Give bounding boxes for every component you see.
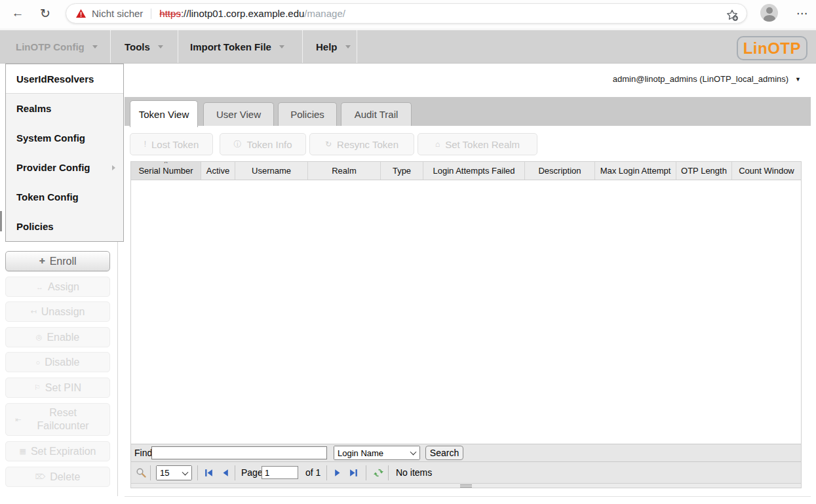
previous-page-icon[interactable] <box>220 468 230 478</box>
search-button[interactable]: Search <box>425 446 463 460</box>
trash-icon: ⌦ <box>35 473 46 481</box>
enable-button[interactable]: ◎ Enable <box>5 327 110 347</box>
tab-token-view[interactable]: Token View <box>130 100 198 127</box>
button-label: Set Expiration <box>31 446 96 457</box>
menu-item-provider-config[interactable]: Provider Config <box>6 153 123 182</box>
menu-label: Help <box>316 41 338 52</box>
token-info-button[interactable]: ⓘ Token Info <box>220 133 306 155</box>
menu-item-realms[interactable]: Realms <box>6 94 123 123</box>
column-header-description[interactable]: Description <box>525 162 595 180</box>
chevron-down-icon <box>345 45 351 48</box>
column-header-login-attempts-failed[interactable]: Login Attempts Failed <box>423 162 525 180</box>
page-label: Page <box>241 467 263 478</box>
disable-button[interactable]: ○ Disable <box>5 352 110 372</box>
find-label: Find <box>134 448 152 458</box>
button-label: Assign <box>48 281 79 293</box>
page-count-label: of 1 <box>305 467 321 478</box>
pager-separator <box>150 465 151 480</box>
browser-profile-avatar[interactable] <box>760 4 778 22</box>
column-header-type[interactable]: Type <box>381 162 423 180</box>
menu-item-policies[interactable]: Policies <box>6 212 123 241</box>
column-header-realm[interactable]: Realm <box>308 162 381 180</box>
column-header-otp-length[interactable]: OTP Length <box>676 162 732 180</box>
tab-user-view[interactable]: User View <box>203 102 274 126</box>
menu-help[interactable]: Help <box>303 30 357 63</box>
grid-pager: 15 Page of 1 <box>131 461 801 483</box>
not-secure-warning-icon <box>75 9 87 18</box>
grid-header-row: ^ Serial Number Active Username Realm Ty… <box>131 162 801 180</box>
tab-policies[interactable]: Policies <box>278 102 337 126</box>
lost-token-button[interactable]: ! Lost Token <box>130 133 213 155</box>
pager-separator <box>388 465 389 480</box>
set-token-realm-button[interactable]: ⌂ Set Token Realm <box>418 133 537 155</box>
column-header-count-window[interactable]: Count Window <box>732 162 801 180</box>
button-label: Enable <box>47 332 79 343</box>
left-pane-grip[interactable] <box>0 211 2 231</box>
menu-label: Tools <box>125 41 150 52</box>
menu-item-useridresolvers[interactable]: UserIdResolvers <box>6 64 123 94</box>
last-page-icon[interactable] <box>349 468 359 478</box>
pin-icon: ⚐ <box>34 383 41 392</box>
page-number-input[interactable] <box>262 466 298 479</box>
column-header-serial-number[interactable]: ^ Serial Number <box>131 162 201 180</box>
page-size-select[interactable]: 15 <box>156 465 192 480</box>
address-bar[interactable]: Nicht sicher https ://linotp01.corp.exam… <box>66 3 747 24</box>
menu-label: LinOTP Config <box>16 41 85 52</box>
enroll-button[interactable]: ✚ Enroll <box>5 251 110 271</box>
linotp-manage-page: ← ↻ Nicht sicher https ://linotp01.corp.… <box>0 0 816 504</box>
unassign-button[interactable]: ↤ Unassign <box>5 301 110 322</box>
disable-icon: ○ <box>35 359 40 366</box>
pager-separator <box>235 465 235 480</box>
tab-audit-trail[interactable]: Audit Trail <box>341 102 412 126</box>
search-magnifier-icon[interactable] <box>136 467 147 478</box>
next-page-icon[interactable] <box>333 468 343 478</box>
first-page-icon[interactable] <box>204 468 214 478</box>
button-label: Delete <box>50 471 80 483</box>
column-header-max-login-attempt[interactable]: Max Login Attempt <box>595 162 676 180</box>
calendar-icon: ▦ <box>19 447 26 456</box>
back-icon[interactable]: ← <box>9 5 26 22</box>
menu-tools[interactable]: Tools <box>111 30 178 63</box>
page-size-native-select[interactable]: 15 <box>157 466 191 480</box>
button-label: Set PIN <box>45 382 81 394</box>
home-icon: ⌂ <box>435 140 440 149</box>
reset-failcounter-button[interactable]: ⇤ Reset Failcounter <box>5 403 110 436</box>
pager-separator <box>197 465 198 480</box>
linotp-logo: LinOTP <box>737 36 807 60</box>
add-favorite-icon[interactable] <box>726 9 739 22</box>
reload-icon[interactable]: ↻ <box>37 5 54 22</box>
button-label: Unassign <box>41 306 85 318</box>
refresh-grid-icon[interactable] <box>373 467 384 478</box>
avatar-body <box>764 15 775 22</box>
grid-resize-grip[interactable] <box>460 484 472 488</box>
resync-token-button[interactable]: ↻ Resync Token <box>309 133 414 155</box>
set-pin-button[interactable]: ⚐ Set PIN <box>5 378 110 398</box>
search-category-native-select[interactable]: Login Name <box>334 446 419 459</box>
column-header-active[interactable]: Active <box>201 162 235 180</box>
delete-button[interactable]: ⌦ Delete <box>5 467 110 487</box>
grid-search-row: Find Login Name Search <box>131 444 801 461</box>
user-info-text: admin@linotp_admins (LinOTP_local_admins… <box>613 74 788 84</box>
find-input[interactable] <box>151 446 327 459</box>
search-category-select[interactable]: Login Name <box>334 446 420 460</box>
lost-token-icon: ! <box>144 140 146 149</box>
menu-item-system-config[interactable]: System Config <box>6 123 123 153</box>
menu-linotp-config[interactable]: LinOTP Config <box>0 30 111 63</box>
menu-import-token-file[interactable]: Import Token File <box>178 30 303 63</box>
content-bottom-border <box>125 496 811 497</box>
menu-label: Import Token File <box>190 41 271 52</box>
chevron-down-icon <box>158 45 163 48</box>
assign-button[interactable]: ↔ Assign <box>5 277 110 297</box>
set-expiration-button[interactable]: ▦ Set Expiration <box>5 441 110 461</box>
browser-menu-icon[interactable]: ⋯ <box>793 4 811 22</box>
sort-ascending-icon: ^ <box>165 162 168 167</box>
menu-item-token-config[interactable]: Token Config <box>6 182 123 212</box>
logged-in-user-menu[interactable]: admin@linotp_admins (LinOTP_local_admins… <box>613 74 801 84</box>
view-tabstrip: Token View User View Policies Audit Trai… <box>125 97 811 126</box>
button-label: Enroll <box>50 256 77 267</box>
pager-separator <box>326 465 327 480</box>
plus-icon: ✚ <box>39 257 45 265</box>
submenu-arrow-icon <box>112 165 115 170</box>
column-header-username[interactable]: Username <box>235 162 308 180</box>
button-label: Disable <box>45 357 79 368</box>
